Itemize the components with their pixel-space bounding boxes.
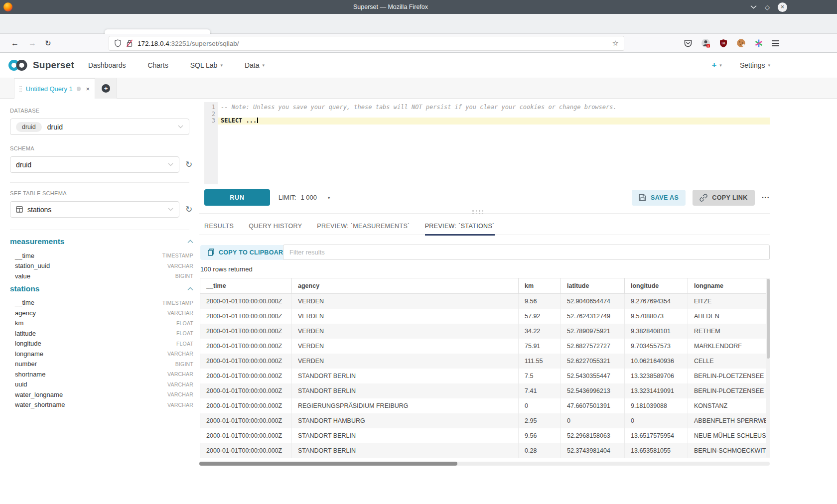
column-row: value BIGINT <box>10 271 189 281</box>
table-vertical-scrollbar[interactable] <box>766 278 770 458</box>
forward-button[interactable]: → <box>28 34 36 52</box>
cell-longname: ABBENFLETH SPERRWERK <box>688 413 766 428</box>
cell-longitude: 9.7034557573 <box>625 339 688 354</box>
url-bar[interactable]: 172.18.0.4:32251/superset/sqllab/ ☆ <box>109 36 624 51</box>
nav-sql-lab[interactable]: SQL Lab▾ <box>190 61 223 69</box>
caret-down-icon: ▾ <box>328 195 330 200</box>
column-name: latitude <box>10 330 36 337</box>
nav-charts[interactable]: Charts <box>147 61 168 69</box>
cell-longitude: 9.181039088 <box>625 398 688 413</box>
schema-select[interactable]: druid <box>10 156 179 173</box>
table-row[interactable]: 2000-01-01T00:00:00.000Z VERDEN 111.55 5… <box>200 354 766 369</box>
tab-preview-measurements[interactable]: PREVIEW: `MEASUREMENTS` <box>317 218 410 235</box>
menu-hamburger-icon[interactable] <box>772 40 779 46</box>
col-header-km[interactable]: km <box>519 278 561 294</box>
col-header-longname[interactable]: longname <box>688 278 766 294</box>
table-row[interactable]: 2000-01-01T00:00:00.000Z STANDORT BERLIN… <box>200 443 766 458</box>
window-close-button[interactable]: × <box>778 2 787 12</box>
table-row[interactable]: 2000-01-01T00:00:00.000Z STANDORT HAMBUR… <box>200 413 766 428</box>
col-header-longitude[interactable]: longitude <box>625 278 688 294</box>
cell-agency: STANDORT BERLIN <box>292 428 519 443</box>
window-minimize-button[interactable] <box>750 5 757 9</box>
text-cursor <box>257 118 258 123</box>
save-as-button[interactable]: SAVE AS <box>632 190 686 206</box>
table-section-measurements[interactable]: measurements <box>10 237 189 246</box>
col-header-latitude[interactable]: latitude <box>561 278 625 294</box>
more-menu-icon[interactable]: ... <box>762 196 770 199</box>
chevron-up-icon[interactable] <box>187 240 193 244</box>
cell-longname: NEUE MÜHLE SCHLEUSE OP <box>688 428 766 443</box>
cell-latitude: 52.2968158063 <box>561 428 625 443</box>
table-row[interactable]: 2000-01-01T00:00:00.000Z STANDORT BERLIN… <box>200 428 766 443</box>
table-row[interactable]: 2000-01-01T00:00:00.000Z VERDEN 75.91 52… <box>200 339 766 354</box>
query-tab-close-icon[interactable]: × <box>86 85 90 93</box>
window-title: Superset — Mozilla Firefox <box>0 3 781 10</box>
bookmark-star-icon[interactable]: ☆ <box>612 39 619 48</box>
table-section-stations[interactable]: stations <box>10 284 189 293</box>
code-line-comment: -- Note: Unless you save your query, the… <box>218 104 770 111</box>
refresh-schema-icon[interactable]: ↻ <box>185 160 192 169</box>
nav-data[interactable]: Data▾ <box>245 61 265 69</box>
reload-button[interactable]: ↻ <box>45 34 51 52</box>
circle-plus-icon: + <box>102 84 110 93</box>
asterisk-extension-icon[interactable] <box>754 39 763 48</box>
nav-dashboards[interactable]: Dashboards <box>88 61 126 69</box>
code-line-active: SELECT ... <box>218 118 770 125</box>
col-header-agency[interactable]: agency <box>292 278 519 294</box>
window-maximize-button[interactable]: ◇ <box>765 4 770 10</box>
horizontal-scrollbar[interactable] <box>199 462 770 466</box>
table-row[interactable]: 2000-01-01T00:00:00.000Z REGIERUNGSPRÄSI… <box>200 398 766 413</box>
account-extension-icon[interactable]: x <box>701 38 710 48</box>
cell-agency: VERDEN <box>292 324 519 339</box>
chevron-up-icon[interactable] <box>187 287 193 291</box>
add-query-tab[interactable]: + <box>95 78 117 99</box>
database-value: druid <box>47 123 63 131</box>
database-select[interactable]: druid druid <box>10 119 189 135</box>
browser-tabstrip: Apache Druid × Superset × + <box>0 14 837 34</box>
measurements-columns: __time TIMESTAMP station_uuid VARCHAR va… <box>10 251 189 281</box>
table-row[interactable]: 2000-01-01T00:00:00.000Z STANDORT BERLIN… <box>200 369 766 383</box>
limit-control[interactable]: LIMIT: 1 000 ▾ <box>279 194 330 201</box>
chevron-down-icon <box>750 5 757 9</box>
back-button[interactable]: ← <box>11 34 19 52</box>
table-row[interactable]: 2000-01-01T00:00:00.000Z VERDEN 9.56 52.… <box>200 294 766 309</box>
run-button[interactable]: RUN <box>204 189 270 206</box>
code-line-empty <box>218 111 770 118</box>
query-tab-active[interactable]: Untitled Query 1 × <box>14 78 95 99</box>
superset-logo[interactable]: Superset <box>7 59 74 72</box>
table-section-title: stations <box>10 284 39 293</box>
tab-query-history[interactable]: QUERY HISTORY <box>249 218 302 235</box>
cell-longname: RETHEM <box>688 324 766 339</box>
refresh-table-icon[interactable]: ↻ <box>185 205 192 214</box>
cookie-extension-icon[interactable] <box>736 38 746 48</box>
cell-longname: MARKLENDORF <box>688 339 766 354</box>
table-row[interactable]: 2000-01-01T00:00:00.000Z STANDORT BERLIN… <box>200 383 766 398</box>
tab-preview-stations[interactable]: PREVIEW: `STATIONS` <box>425 218 495 235</box>
editor-code[interactable]: -- Note: Unless you save your query, the… <box>218 102 770 125</box>
filter-results-input[interactable] <box>283 245 770 260</box>
table-select[interactable]: stations <box>10 201 179 218</box>
sql-editor[interactable]: 1 2 3 -- Note: Unless you save your quer… <box>204 102 770 184</box>
scrollbar-thumb[interactable] <box>767 279 770 359</box>
copy-to-clipboard-button[interactable]: COPY TO CLIPBOARD <box>200 245 295 260</box>
copy-link-button[interactable]: COPY LINK <box>693 190 754 206</box>
col-header-time[interactable]: __time <box>200 278 292 294</box>
column-name: shortname <box>10 371 45 378</box>
limit-label: LIMIT: <box>279 194 296 201</box>
scrollbar-thumb[interactable] <box>199 462 457 466</box>
table-row[interactable]: 2000-01-01T00:00:00.000Z VERDEN 34.22 52… <box>200 324 766 339</box>
column-name: water_shortname <box>10 401 65 408</box>
column-type: VARCHAR <box>167 263 193 269</box>
ublock-origin-icon[interactable]: U0 <box>719 39 728 48</box>
splitter-grip[interactable] <box>472 210 483 214</box>
cell-agency: STANDORT BERLIN <box>292 443 519 458</box>
caret-down-icon: ▾ <box>220 63 223 68</box>
settings-menu[interactable]: Settings▾ <box>740 61 770 69</box>
add-new-button[interactable]: +▾ <box>711 60 721 70</box>
table-row[interactable]: 2000-01-01T00:00:00.000Z VERDEN 57.92 52… <box>200 309 766 324</box>
results-table: __time agency km latitude longitude long… <box>200 278 766 458</box>
cell-km: 57.92 <box>519 309 561 324</box>
cell-latitude: 52.6827572727 <box>561 339 625 354</box>
tab-results[interactable]: RESULTS <box>204 218 234 235</box>
pocket-icon[interactable] <box>684 39 693 48</box>
